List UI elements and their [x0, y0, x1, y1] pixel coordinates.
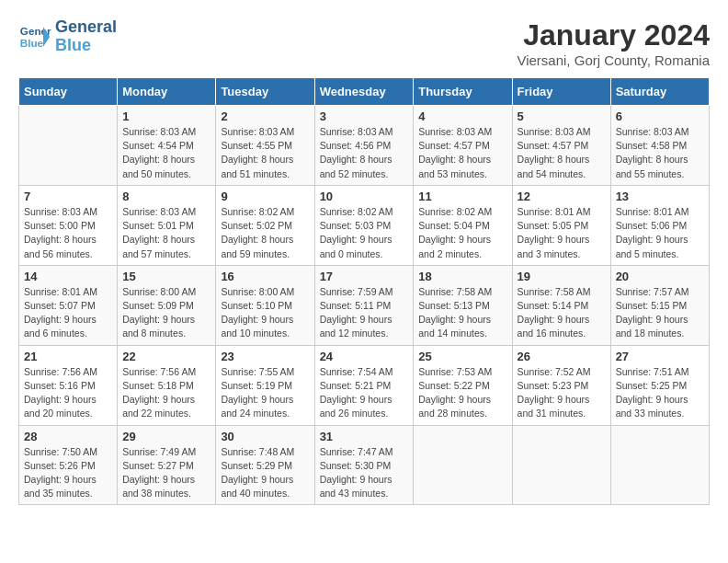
logo-text-line2: Blue [55, 37, 117, 55]
day-number: 14 [24, 270, 112, 283]
calendar-week-row: 28Sunrise: 7:50 AMSunset: 5:26 PMDayligh… [19, 425, 710, 505]
day-info: Sunrise: 7:59 AMSunset: 5:11 PMDaylight:… [320, 285, 409, 341]
day-info: Sunrise: 7:51 AMSunset: 5:25 PMDaylight:… [616, 365, 704, 421]
calendar-cell: 14Sunrise: 8:01 AMSunset: 5:07 PMDayligh… [19, 265, 118, 345]
day-number: 18 [418, 270, 506, 283]
calendar-cell: 16Sunrise: 8:00 AMSunset: 5:10 PMDayligh… [216, 265, 314, 345]
day-info: Sunrise: 7:48 AMSunset: 5:29 PMDaylight:… [221, 445, 309, 501]
day-number: 8 [122, 190, 210, 203]
calendar-cell: 22Sunrise: 7:56 AMSunset: 5:18 PMDayligh… [118, 345, 216, 425]
day-number: 28 [24, 430, 112, 443]
day-number: 12 [518, 190, 606, 203]
day-info: Sunrise: 7:56 AMSunset: 5:16 PMDaylight:… [24, 365, 112, 421]
day-number: 2 [221, 109, 309, 123]
day-number: 21 [24, 350, 112, 363]
calendar-cell: 5Sunrise: 8:03 AMSunset: 4:57 PMDaylight… [512, 106, 610, 186]
day-number: 20 [616, 270, 704, 283]
column-header-wednesday: Wednesday [314, 78, 414, 106]
day-info: Sunrise: 8:02 AMSunset: 5:03 PMDaylight:… [320, 205, 409, 261]
day-info: Sunrise: 7:50 AMSunset: 5:26 PMDaylight:… [24, 445, 112, 501]
calendar-table: SundayMondayTuesdayWednesdayThursdayFrid… [18, 77, 710, 505]
day-number: 16 [221, 270, 309, 283]
calendar-cell [414, 425, 512, 505]
calendar-cell: 2Sunrise: 8:03 AMSunset: 4:55 PMDaylight… [216, 106, 314, 186]
calendar-cell: 29Sunrise: 7:49 AMSunset: 5:27 PMDayligh… [118, 425, 216, 505]
calendar-cell: 13Sunrise: 8:01 AMSunset: 5:06 PMDayligh… [610, 185, 709, 265]
day-info: Sunrise: 8:03 AMSunset: 4:54 PMDaylight:… [122, 125, 210, 181]
calendar-week-row: 1Sunrise: 8:03 AMSunset: 4:54 PMDaylight… [19, 106, 710, 186]
day-info: Sunrise: 8:03 AMSunset: 5:00 PMDaylight:… [24, 205, 112, 261]
day-info: Sunrise: 7:57 AMSunset: 5:15 PMDaylight:… [616, 285, 704, 341]
calendar-cell: 10Sunrise: 8:02 AMSunset: 5:03 PMDayligh… [314, 185, 414, 265]
calendar-cell: 30Sunrise: 7:48 AMSunset: 5:29 PMDayligh… [216, 425, 314, 505]
calendar-cell [19, 106, 118, 186]
column-header-thursday: Thursday [414, 78, 512, 106]
calendar-cell: 21Sunrise: 7:56 AMSunset: 5:16 PMDayligh… [19, 345, 118, 425]
calendar-cell: 19Sunrise: 7:58 AMSunset: 5:14 PMDayligh… [512, 265, 610, 345]
location-subtitle: Viersani, Gorj County, Romania [517, 52, 710, 68]
month-title: January 2024 [517, 18, 710, 52]
logo-text-line1: General [55, 18, 117, 37]
calendar-cell: 15Sunrise: 8:00 AMSunset: 5:09 PMDayligh… [118, 265, 216, 345]
day-info: Sunrise: 7:55 AMSunset: 5:19 PMDaylight:… [221, 365, 309, 421]
calendar-cell: 11Sunrise: 8:02 AMSunset: 5:04 PMDayligh… [414, 185, 512, 265]
calendar-cell: 25Sunrise: 7:53 AMSunset: 5:22 PMDayligh… [414, 345, 512, 425]
calendar-cell: 23Sunrise: 7:55 AMSunset: 5:19 PMDayligh… [216, 345, 314, 425]
calendar-cell: 4Sunrise: 8:03 AMSunset: 4:57 PMDaylight… [414, 106, 512, 186]
calendar-header-row: SundayMondayTuesdayWednesdayThursdayFrid… [19, 78, 710, 106]
day-number: 27 [616, 350, 704, 363]
column-header-sunday: Sunday [19, 78, 118, 106]
calendar-cell: 18Sunrise: 7:58 AMSunset: 5:13 PMDayligh… [414, 265, 512, 345]
page-header: General Blue General Blue January 2024 V… [18, 18, 710, 68]
calendar-cell [512, 425, 610, 505]
day-info: Sunrise: 8:01 AMSunset: 5:05 PMDaylight:… [518, 205, 606, 261]
day-number: 29 [122, 430, 210, 443]
day-info: Sunrise: 8:02 AMSunset: 5:04 PMDaylight:… [418, 205, 506, 261]
day-number: 24 [320, 350, 409, 363]
day-number: 9 [221, 190, 309, 203]
calendar-cell: 24Sunrise: 7:54 AMSunset: 5:21 PMDayligh… [314, 345, 414, 425]
column-header-saturday: Saturday [610, 78, 709, 106]
column-header-monday: Monday [118, 78, 216, 106]
calendar-cell: 17Sunrise: 7:59 AMSunset: 5:11 PMDayligh… [314, 265, 414, 345]
day-number: 19 [518, 270, 606, 283]
calendar-week-row: 7Sunrise: 8:03 AMSunset: 5:00 PMDaylight… [19, 185, 710, 265]
day-info: Sunrise: 8:03 AMSunset: 4:55 PMDaylight:… [221, 125, 309, 181]
calendar-cell: 28Sunrise: 7:50 AMSunset: 5:26 PMDayligh… [19, 425, 118, 505]
day-info: Sunrise: 7:49 AMSunset: 5:27 PMDaylight:… [122, 445, 210, 501]
day-number: 13 [616, 190, 704, 203]
day-number: 3 [320, 109, 409, 123]
calendar-cell: 6Sunrise: 8:03 AMSunset: 4:58 PMDaylight… [610, 106, 709, 186]
day-info: Sunrise: 7:47 AMSunset: 5:30 PMDaylight:… [320, 445, 409, 501]
column-header-tuesday: Tuesday [216, 78, 314, 106]
day-info: Sunrise: 7:54 AMSunset: 5:21 PMDaylight:… [320, 365, 409, 421]
day-info: Sunrise: 7:52 AMSunset: 5:23 PMDaylight:… [518, 365, 606, 421]
calendar-cell [610, 425, 709, 505]
calendar-week-row: 21Sunrise: 7:56 AMSunset: 5:16 PMDayligh… [19, 345, 710, 425]
day-info: Sunrise: 8:03 AMSunset: 4:57 PMDaylight:… [418, 125, 506, 181]
calendar-cell: 31Sunrise: 7:47 AMSunset: 5:30 PMDayligh… [314, 425, 414, 505]
day-number: 10 [320, 190, 409, 203]
calendar-cell: 3Sunrise: 8:03 AMSunset: 4:56 PMDaylight… [314, 106, 414, 186]
column-header-friday: Friday [512, 78, 610, 106]
day-number: 25 [418, 350, 506, 363]
day-info: Sunrise: 8:00 AMSunset: 5:10 PMDaylight:… [221, 285, 309, 341]
day-info: Sunrise: 8:01 AMSunset: 5:07 PMDaylight:… [24, 285, 112, 341]
title-block: January 2024 Viersani, Gorj County, Roma… [517, 18, 710, 68]
day-info: Sunrise: 8:02 AMSunset: 5:02 PMDaylight:… [221, 205, 309, 261]
calendar-week-row: 14Sunrise: 8:01 AMSunset: 5:07 PMDayligh… [19, 265, 710, 345]
day-info: Sunrise: 8:00 AMSunset: 5:09 PMDaylight:… [122, 285, 210, 341]
day-info: Sunrise: 8:01 AMSunset: 5:06 PMDaylight:… [616, 205, 704, 261]
calendar-cell: 1Sunrise: 8:03 AMSunset: 4:54 PMDaylight… [118, 106, 216, 186]
calendar-cell: 7Sunrise: 8:03 AMSunset: 5:00 PMDaylight… [19, 185, 118, 265]
day-info: Sunrise: 8:03 AMSunset: 4:58 PMDaylight:… [616, 125, 704, 181]
calendar-cell: 8Sunrise: 8:03 AMSunset: 5:01 PMDaylight… [118, 185, 216, 265]
day-number: 30 [221, 430, 309, 443]
day-number: 4 [418, 109, 506, 123]
day-number: 23 [221, 350, 309, 363]
day-info: Sunrise: 8:03 AMSunset: 4:56 PMDaylight:… [320, 125, 409, 181]
logo: General Blue General Blue [18, 18, 117, 55]
day-info: Sunrise: 8:03 AMSunset: 4:57 PMDaylight:… [518, 125, 606, 181]
day-number: 22 [122, 350, 210, 363]
day-number: 6 [616, 109, 704, 123]
